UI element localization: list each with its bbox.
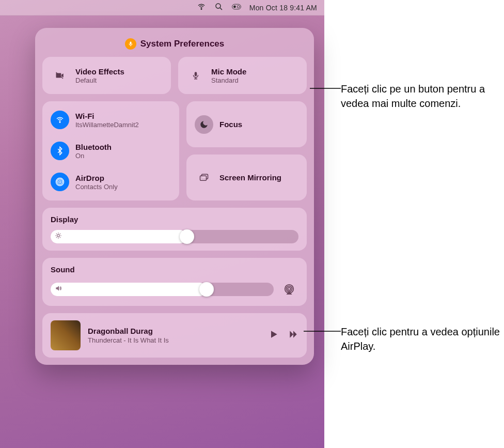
svg-point-27 — [288, 287, 291, 290]
sound-title: Sound — [51, 265, 298, 274]
svg-point-12 — [59, 122, 60, 123]
svg-point-28 — [287, 286, 292, 292]
sound-card: Sound — [42, 258, 307, 306]
video-effects-title: Video Effects — [75, 67, 124, 76]
svg-rect-9 — [195, 72, 197, 76]
menubar: Mon Oct 18 9:41 AM — [0, 0, 324, 16]
mic-mode-module[interactable]: Mic Mode Standard — [178, 57, 307, 94]
wifi-module[interactable]: Wi-Fi ItsWillametteDamnit2 — [51, 109, 171, 131]
spotlight-icon[interactable] — [214, 2, 224, 13]
annotation-layer: Faceți clic pe un buton pentru a vedea m… — [324, 0, 504, 448]
video-effects-module[interactable]: Video Effects Default — [42, 57, 171, 94]
svg-point-1 — [216, 4, 220, 8]
focus-module[interactable]: Focus — [186, 101, 307, 147]
airdrop-module[interactable]: AirDrop Contacts Only — [51, 171, 171, 193]
callout-airplay-options: Faceți clic pentru a vedea opțiunile Air… — [341, 325, 504, 353]
svg-line-2 — [220, 8, 222, 10]
wifi-icon — [51, 111, 69, 129]
airdrop-icon — [51, 173, 69, 191]
focus-title: Focus — [219, 120, 242, 129]
mic-mode-subtitle: Standard — [211, 76, 246, 84]
svg-rect-17 — [200, 176, 207, 180]
speaker-icon — [55, 285, 62, 294]
connectivity-card: Wi-Fi ItsWillametteDamnit2 Bluetooth On — [42, 101, 179, 200]
menubar-datetime[interactable]: Mon Oct 18 9:41 AM — [249, 4, 317, 12]
bluetooth-title: Bluetooth — [75, 143, 112, 151]
mic-mode-title: Mic Mode — [211, 67, 246, 76]
display-title: Display — [51, 215, 298, 224]
airdrop-subtitle: Contacts Only — [75, 183, 118, 191]
svg-line-23 — [56, 234, 57, 234]
wifi-subtitle: ItsWillametteDamnit2 — [75, 121, 139, 129]
brightness-icon — [55, 232, 62, 241]
control-center-menubar-icon[interactable] — [232, 2, 241, 13]
wifi-menubar-icon[interactable] — [197, 2, 206, 13]
album-art — [51, 320, 81, 350]
callout-more-controls: Faceți clic pe un buton pentru a vedea m… — [341, 82, 504, 111]
svg-point-0 — [201, 9, 202, 10]
sound-slider[interactable] — [51, 283, 274, 296]
cc-header: System Preferences — [42, 38, 307, 50]
airdrop-title: AirDrop — [75, 174, 118, 182]
display-card: Display — [42, 208, 307, 251]
svg-rect-6 — [130, 42, 131, 45]
now-playing-card[interactable]: Dragonball Durag Thundercat - It Is What… — [42, 313, 307, 358]
screen-mirroring-module[interactable]: Screen Mirroring — [186, 155, 307, 200]
video-effects-subtitle: Default — [75, 76, 124, 84]
airplay-audio-button[interactable] — [280, 280, 298, 299]
svg-line-24 — [60, 237, 60, 238]
control-center-panel: System Preferences Video Effects Default — [35, 28, 314, 365]
bluetooth-subtitle: On — [75, 152, 112, 160]
next-track-button[interactable] — [288, 329, 298, 342]
screen-mirroring-title: Screen Mirroring — [219, 173, 281, 182]
moon-icon — [195, 115, 213, 134]
video-off-icon — [51, 66, 69, 85]
svg-point-4 — [233, 6, 236, 8]
bluetooth-module[interactable]: Bluetooth On — [51, 140, 171, 162]
bluetooth-icon — [51, 142, 69, 160]
svg-point-18 — [57, 235, 60, 237]
svg-point-14 — [57, 179, 63, 185]
svg-point-13 — [59, 181, 61, 183]
now-playing-track: Dragonball Durag — [88, 327, 169, 335]
display-slider[interactable] — [51, 230, 298, 243]
cc-app-title: System Preferences — [140, 39, 225, 49]
svg-point-5 — [237, 6, 240, 8]
mic-icon — [186, 66, 205, 85]
play-button[interactable] — [269, 329, 279, 342]
now-playing-artist: Thundercat - It Is What It Is — [88, 336, 169, 344]
wifi-title: Wi-Fi — [75, 112, 139, 120]
screen-mirroring-icon — [195, 168, 213, 187]
svg-line-25 — [56, 237, 57, 238]
svg-line-26 — [60, 234, 60, 234]
mic-active-badge-icon[interactable] — [125, 38, 136, 50]
